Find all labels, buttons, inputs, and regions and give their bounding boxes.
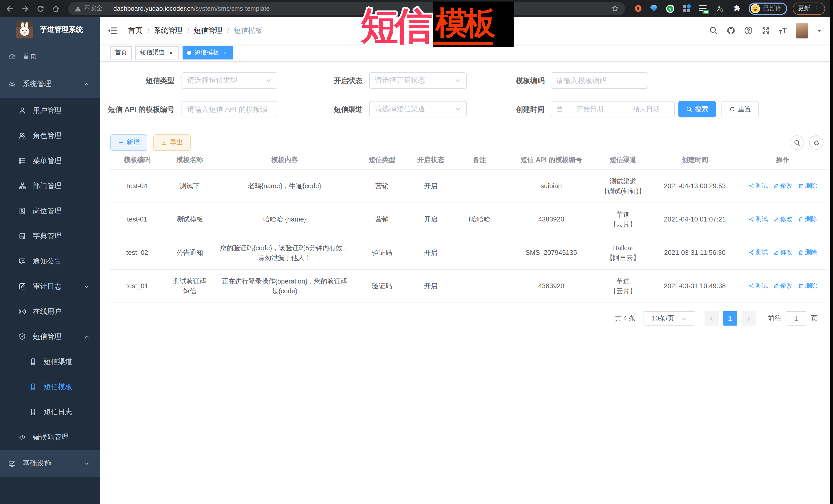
sidebar-item-1[interactable]: 系统管理 (0, 70, 100, 98)
test-link[interactable]: 测试 (748, 281, 768, 290)
add-button[interactable]: 新增 (110, 134, 147, 151)
tab-tag-0[interactable]: 首页 (110, 46, 132, 59)
search-button[interactable]: 搜索 (679, 101, 716, 117)
search-icon[interactable] (709, 26, 718, 35)
sidebar-item-5[interactable]: 部门管理 (0, 173, 100, 198)
next-page-button[interactable] (741, 311, 756, 326)
forward-icon[interactable] (21, 4, 29, 13)
user-avatar[interactable] (795, 23, 808, 38)
channel-select[interactable]: 请选择短信渠道 (369, 101, 467, 117)
chevron-down-icon (681, 316, 687, 321)
dashboard-icon (8, 52, 16, 60)
sidebar-toggle-icon[interactable] (108, 26, 117, 35)
delete-link[interactable]: 删除 (798, 281, 817, 290)
delete-icon (798, 283, 803, 288)
close-icon[interactable]: × (168, 49, 174, 56)
sidebar-item-14[interactable]: 短信日志 (0, 400, 100, 425)
delete-link[interactable]: 删除 (798, 181, 817, 190)
sidebar-item-6[interactable]: 岗位管理 (0, 198, 100, 223)
chevron-down-icon (84, 460, 90, 466)
breadcrumb-item[interactable]: 短信管理 (194, 26, 222, 35)
sidebar-item-13[interactable]: 短信模板 (0, 374, 100, 400)
test-link[interactable]: 测试 (748, 214, 768, 224)
sidebar-item-16[interactable]: 基础设施 (0, 450, 100, 477)
sidebar-item-15[interactable]: 错误码管理 (0, 425, 100, 450)
action-label: 修改 (780, 281, 792, 290)
code-icon (19, 433, 26, 441)
sidebar-item-label: 通知公告 (33, 257, 100, 266)
edit-link[interactable]: 修改 (773, 181, 792, 190)
avatar-caret-down-icon[interactable] (816, 28, 822, 33)
api-template-id-input[interactable] (182, 101, 278, 117)
sidebar-item-2[interactable]: 用户管理 (0, 98, 100, 123)
url-host: dashboard.yudao.iocoder.cn (113, 5, 194, 12)
monitor-icon (8, 460, 16, 467)
export-button[interactable]: 导出 (153, 134, 191, 151)
sidebar-item-3[interactable]: 角色管理 (0, 123, 100, 148)
test-link[interactable]: 测试 (748, 247, 768, 257)
tab-tag-1[interactable]: 短信渠道× (135, 46, 179, 59)
create-time-cell: 2021-03-31 10:49:38 (651, 269, 738, 303)
page-number-button[interactable]: 1 (723, 311, 737, 326)
tab-tag-2[interactable]: 短信模板× (183, 46, 233, 59)
bookmark-star-icon[interactable] (611, 5, 619, 12)
breadcrumb-item[interactable]: 首页 (128, 26, 143, 35)
sidebar-item-label: 短信管理 (33, 332, 84, 341)
sidebar: 芋道管理系统 首页系统管理用户管理角色管理菜单管理部门管理岗位管理字典管理通知公… (0, 17, 100, 504)
extension-grid-icon[interactable] (683, 5, 690, 12)
template-name-cell: 测试验证码短信 (164, 269, 215, 303)
test-link[interactable]: 测试 (748, 181, 768, 190)
shield-check-icon (19, 333, 26, 340)
edit-link[interactable]: 修改 (773, 214, 792, 224)
status-select[interactable]: 请选择开启状态 (369, 72, 467, 89)
delete-link[interactable]: 删除 (798, 214, 817, 224)
edit-link[interactable]: 修改 (773, 247, 792, 257)
font-size-icon[interactable]: TT (779, 26, 787, 34)
reset-button[interactable]: 重置 (721, 101, 759, 117)
template-code-input[interactable] (551, 72, 648, 89)
app-logo-row[interactable]: 芋道管理系统 (0, 17, 100, 43)
sidebar-item-10[interactable]: 在线用户 (0, 299, 100, 324)
goto-page-input[interactable] (785, 311, 807, 326)
delete-link[interactable]: 删除 (798, 247, 817, 257)
help-icon[interactable] (744, 26, 753, 35)
close-icon[interactable]: × (222, 49, 229, 56)
sidebar-item-11[interactable]: 短信管理 (0, 324, 100, 349)
sms-type-select[interactable]: 请选择短信类型 (182, 72, 278, 89)
github-icon[interactable] (727, 26, 735, 35)
share-icon (748, 249, 754, 255)
create-time-range-picker[interactable]: 开始日期 - 结束日期 (551, 101, 675, 117)
breadcrumb-item[interactable]: 系统管理 (154, 26, 183, 35)
reload-icon[interactable] (37, 4, 45, 13)
create-time-cell: 2021-04-10 01:07:21 (651, 202, 738, 236)
sidebar-item-8[interactable]: 通知公告 (0, 249, 100, 274)
extension-search-person-icon[interactable] (716, 4, 724, 13)
browser-profile-button[interactable]: 已暂停 (748, 2, 787, 15)
sidebar-item-0[interactable]: 首页 (0, 43, 100, 70)
show-search-toggle-button[interactable] (790, 135, 804, 150)
sidebar-item-12[interactable]: 短信渠道 (0, 349, 100, 374)
extension-y-icon[interactable]: y (666, 4, 674, 13)
extensions-puzzle-icon[interactable] (733, 4, 741, 13)
extension-list-icon[interactable]: on (699, 4, 707, 13)
back-icon[interactable] (6, 4, 14, 13)
extension-gem-icon[interactable] (650, 5, 658, 12)
refresh-table-button[interactable] (809, 135, 824, 150)
api-template-id-cell: 4383920 (508, 269, 595, 303)
edit-link[interactable]: 修改 (773, 281, 792, 290)
home-icon[interactable] (52, 4, 60, 13)
address-bar[interactable]: 不安全 dashboard.yudao.iocoder.cn/system/sm… (68, 2, 625, 15)
api-template-id-cell: SMS_207945135 (508, 236, 595, 269)
chevron-up-icon (84, 334, 90, 340)
extension-ring-icon[interactable] (635, 5, 641, 12)
breadcrumb-separator: / (187, 26, 189, 34)
browser-update-menu-button[interactable]: 更新 ⋮ (793, 2, 825, 15)
page-size-select[interactable]: 10条/页 (643, 311, 695, 326)
sidebar-item-4[interactable]: 菜单管理 (0, 148, 100, 173)
on-badge: on (703, 9, 709, 14)
sidebar-item-9[interactable]: 审计日志 (0, 274, 100, 299)
prev-page-button[interactable] (704, 311, 719, 326)
fullscreen-icon[interactable] (761, 26, 770, 35)
column-header: 短信类型 (354, 151, 410, 169)
sidebar-item-7[interactable]: 字典管理 (0, 223, 100, 249)
